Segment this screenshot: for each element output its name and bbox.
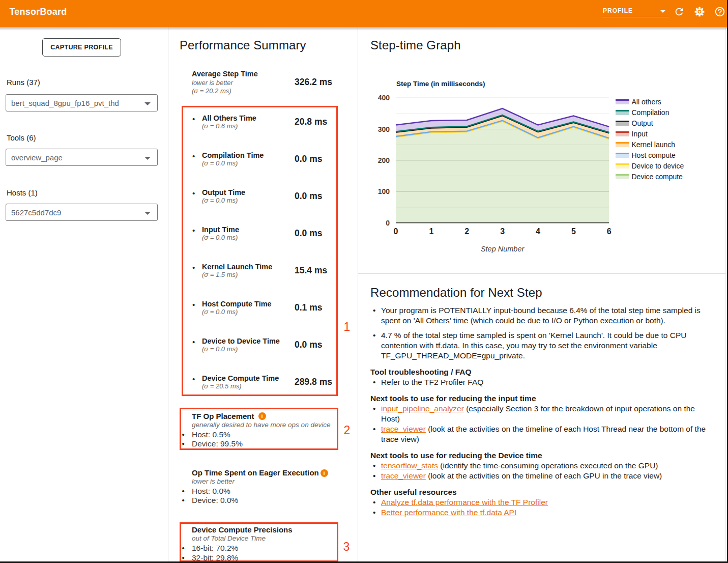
gear-icon: [694, 6, 705, 17]
info-icon[interactable]: [321, 469, 328, 477]
recommendation-bullet: tensorflow_stats (identify the time-cons…: [370, 461, 707, 471]
runs-select-value: bert_squad_8gpu_fp16_pvt_thd: [11, 99, 119, 107]
tensorboard-profile-page: TensorBoard PROFILE: [0, 0, 728, 563]
average-step-time-label: Average Step Time: [192, 70, 258, 78]
legend-item: Device to device: [616, 160, 684, 171]
x-tick-label: 3: [500, 227, 505, 236]
recommendation-text: (identify the time-consuming operations …: [438, 461, 658, 470]
annotation-number-2: 2: [341, 425, 353, 436]
hosts-select[interactable]: 5627c5dd7dc9: [6, 204, 158, 221]
sidebar-divider: [168, 27, 168, 563]
link-trace-viewer[interactable]: trace_viewer: [381, 471, 426, 480]
link-trace-viewer[interactable]: trace_viewer: [381, 425, 426, 433]
x-tick-label: 5: [571, 227, 576, 236]
legend-swatch-device-to-device: [616, 163, 629, 168]
legend-swatch-fill: [616, 154, 629, 158]
legend-swatch-fill: [616, 144, 629, 147]
list-bullet: •: [182, 496, 185, 504]
y-tick-label: 0: [386, 219, 390, 227]
y-tick-label: 400: [378, 94, 390, 102]
legend-label: Device compute: [632, 173, 683, 181]
legend-item: All others: [616, 96, 684, 107]
legend-swatch-device-compute: [616, 174, 629, 179]
legend-swatch-fill: [616, 111, 629, 115]
chevron-down-icon: [660, 10, 665, 13]
link-tensorflow-stats[interactable]: tensorflow_stats: [381, 461, 438, 470]
area-device-compute: [396, 121, 609, 223]
recommendation-bullet: trace_viewer (look at the activities on …: [370, 424, 707, 444]
legend-swatch-fill: [616, 165, 629, 168]
link-better-performance-with-the-tf-data-api[interactable]: Better performance with the tf.data API: [381, 508, 516, 517]
average-step-time-sigma: (σ = 20.2 ms): [192, 87, 231, 95]
hosts-select-value: 5627c5dd7dc9: [11, 208, 61, 217]
x-tick-label: 4: [536, 227, 540, 236]
settings-button[interactable]: [694, 6, 705, 17]
performance-summary-heading: Performance Summary: [180, 38, 306, 52]
app-bar-shadow: [0, 27, 728, 31]
legend-label: Host compute: [632, 151, 676, 159]
tools-label: Tools (6): [7, 133, 36, 142]
legend-label: Input: [632, 130, 648, 138]
tools-select[interactable]: overview_page: [6, 149, 158, 166]
eager-execution-item: Host: 0.0%: [192, 487, 230, 496]
list-bullet: •: [182, 487, 185, 495]
x-tick-label: 2: [464, 227, 469, 236]
recommendation-section-title: Other useful resources: [370, 487, 707, 497]
x-tick-label: 0: [394, 227, 398, 236]
legend-label: Output: [632, 119, 653, 127]
annotation-box-3: [180, 522, 339, 562]
recommendation-bullet: Analyze tf.data performance with the TF …: [370, 497, 707, 508]
annotation-box-2: [180, 408, 339, 451]
legend-item: Device compute: [616, 171, 684, 182]
recommendation-bullet: Better performance with the tf.data API: [370, 508, 707, 518]
eager-execution-note: lower is better: [192, 477, 235, 485]
recommendation-text: 4.7 % of the total step time sampled is …: [381, 331, 686, 360]
y-tick-label: 200: [378, 156, 390, 164]
link-input-pipeline-analyzer[interactable]: input_pipeline_analyzer: [381, 404, 464, 413]
recommendation-text: (look at the activities on the timeline …: [381, 425, 706, 443]
legend-label: All others: [632, 98, 661, 106]
legend-item: Host compute: [616, 150, 684, 160]
annotation-box-1: [182, 106, 338, 396]
runs-select[interactable]: bert_squad_8gpu_fp16_pvt_thd: [6, 94, 158, 111]
dashboard-select[interactable]: PROFILE: [602, 5, 669, 17]
tools-select-value: overview_page: [11, 153, 63, 162]
dashboard-select-value: PROFILE: [603, 7, 633, 14]
recommendation-bullet-intro: 4.7 % of the total step time sampled is …: [370, 330, 707, 361]
runs-label: Runs (37): [7, 78, 40, 87]
legend-swatch-all-others: [616, 99, 629, 104]
app-bar: TensorBoard PROFILE: [0, 0, 728, 27]
recommendation-bullet-intro: Your program is POTENTIALLY input-bound …: [370, 305, 707, 326]
y-tick-label: 100: [378, 187, 390, 195]
link-analyze-tf-data-performance-with-the-tf-[interactable]: Analyze tf.data performance with the TF …: [381, 498, 548, 506]
eager-execution-item: Device: 0.0%: [192, 496, 238, 505]
hosts-label: Hosts (1): [7, 188, 38, 197]
recommendation-text: (look at the activities on the timeline …: [426, 471, 662, 480]
average-step-time-note: lower is better: [192, 79, 233, 87]
refresh-icon: [674, 6, 685, 17]
help-button[interactable]: [714, 6, 725, 17]
recommendation-bullet: trace_viewer (look at the activities on …: [370, 471, 707, 481]
legend-label: Compilation: [632, 108, 669, 117]
y-tick-label: 300: [378, 125, 390, 133]
legend-swatch-fill: [616, 101, 629, 104]
recommendation-bullet: Refer to the TF2 Profiler FAQ: [370, 377, 707, 387]
graph-recommendation-divider: [358, 273, 726, 274]
x-axis-title: Step Number: [481, 245, 525, 253]
average-step-time-value: 326.2 ms: [295, 77, 332, 88]
legend-item: Compilation: [616, 107, 684, 118]
legend-swatch-compilation: [616, 110, 629, 115]
eager-execution-title: Op Time Spent on Eager Execution: [192, 468, 319, 477]
recommendation-heading: Recommendation for Next Step: [370, 286, 542, 300]
app-title: TensorBoard: [10, 7, 67, 17]
chevron-down-icon: [144, 157, 151, 160]
annotation-number-3: 3: [341, 541, 352, 553]
recommendation-bullet: input_pipeline_analyzer (especially Sect…: [370, 404, 707, 424]
legend-swatch-fill: [616, 122, 629, 126]
chevron-down-icon: [144, 212, 151, 215]
refresh-button[interactable]: [674, 6, 685, 17]
legend-swatch-fill: [616, 176, 629, 179]
capture-profile-button[interactable]: CAPTURE PROFILE: [42, 38, 121, 57]
recommendation-section-title: Next tools to use for reducing the input…: [370, 393, 707, 404]
legend-label: Device to device: [632, 162, 684, 170]
